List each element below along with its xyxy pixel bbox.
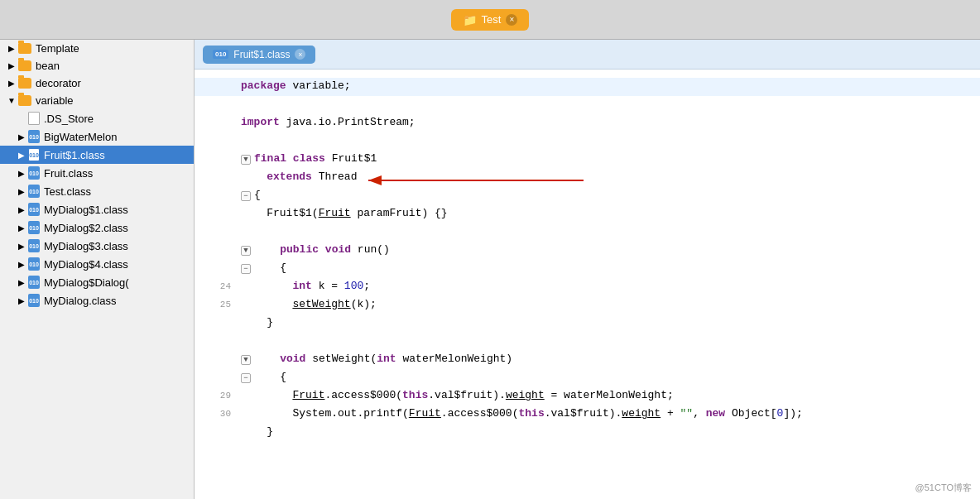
arrow-icon: ▶ — [17, 132, 26, 142]
code-line-setweight-close: } — [195, 424, 980, 442]
line-content: import java.io.PrintStream; — [241, 114, 967, 132]
code-area: 010 Fruit$1.class × package variable; im… — [195, 40, 980, 499]
code-line-blank2 — [195, 132, 980, 151]
sidebar-item-label: MyDialog$4.class — [44, 258, 128, 271]
code-line-blank4 — [195, 333, 980, 351]
sidebar-item-mydialog3[interactable]: ▶ 010 MyDialog$3.class — [0, 237, 194, 255]
line-content: } — [241, 424, 967, 441]
class-tab-icon: 010 — [213, 50, 228, 59]
sidebar-item-label: MyDialog$2.class — [44, 222, 128, 234]
sidebar-item-ds-store[interactable]: ▶ .DS_Store — [0, 109, 194, 127]
sidebar-item-label: Test.class — [44, 185, 91, 198]
collapse-button[interactable]: − — [241, 191, 251, 201]
folder-icon — [18, 43, 31, 54]
line-content — [241, 223, 967, 241]
arrow-icon: ▶ — [17, 150, 26, 160]
class-icon: 010 — [28, 185, 40, 198]
arrow-icon: ▶ — [17, 204, 26, 214]
line-content: extends Thread — [241, 169, 967, 186]
line-content: public void run() — [254, 242, 967, 259]
line-content: int k = 100; — [241, 278, 967, 295]
arrow-icon: ▶ — [17, 277, 26, 287]
class-icon: 010 — [28, 148, 40, 161]
sidebar-item-label: variable — [36, 94, 74, 107]
code-line-run: ▼ public void run() — [195, 242, 980, 260]
code-line-25: 25 setWeight(k); — [195, 296, 980, 314]
code-line-setweight: ▼ void setWeight(int waterMelonWeight) — [195, 351, 980, 369]
sidebar-item-label: .DS_Store — [44, 113, 94, 125]
top-bar: 📁 Test × — [0, 0, 980, 40]
line-content — [241, 96, 967, 113]
sidebar-item-template[interactable]: ▶ Template — [0, 40, 194, 57]
sidebar-item-mydialog4[interactable]: ▶ 010 MyDialog$4.class — [0, 255, 194, 273]
code-line-run-close: } — [195, 314, 980, 333]
line-number: 29 — [208, 389, 231, 404]
folder-icon: 📁 — [463, 13, 477, 26]
code-content[interactable]: package variable; import java.io.PrintSt… — [195, 70, 980, 499]
arrow-icon: ▼ — [7, 96, 17, 106]
class-icon: 010 — [28, 221, 40, 234]
sidebar-item-label: MyDialog$Dialog( — [44, 276, 129, 289]
line-content: void setWeight(int waterMelonWeight) — [254, 351, 967, 368]
sidebar-item-label: Fruit$1.class — [44, 149, 105, 161]
code-tab-fruit1[interactable]: 010 Fruit$1.class × — [203, 46, 315, 64]
top-tab[interactable]: 📁 Test × — [451, 9, 530, 31]
main-layout: ▶ Template ▶ bean ▶ decorator ▼ variable… — [0, 40, 980, 499]
top-tab-close[interactable]: × — [506, 14, 517, 26]
sidebar-item-label: Fruit.class — [44, 167, 93, 180]
code-line-import: import java.io.PrintStream; — [195, 114, 980, 132]
code-line-24: 24 int k = 100; — [195, 278, 980, 296]
arrow-icon: ▶ — [17, 241, 26, 251]
sidebar-item-decorator[interactable]: ▶ decorator — [0, 74, 194, 92]
sidebar-item-mydialog1[interactable]: ▶ 010 MyDialog$1.class — [0, 200, 194, 218]
sidebar-item-label: decorator — [36, 77, 81, 89]
folder-icon — [18, 78, 31, 89]
sidebar-item-label: MyDialog$1.class — [44, 204, 128, 216]
sidebar-item-testclass[interactable]: ▶ 010 Test.class — [0, 182, 194, 200]
sidebar-item-variable[interactable]: ▼ variable — [0, 92, 194, 109]
line-content: package variable; — [241, 78, 967, 95]
class-icon: 010 — [28, 294, 40, 307]
code-line-package: package variable; — [195, 78, 980, 96]
class-icon: 010 — [28, 239, 40, 252]
class-icon: 010 — [28, 130, 40, 143]
collapse-button[interactable]: ▼ — [241, 155, 251, 165]
line-content — [241, 132, 967, 150]
sidebar-item-bean[interactable]: ▶ bean — [0, 57, 194, 74]
file-icon — [28, 112, 40, 125]
sidebar-item-fruit1class[interactable]: ▶ 010 Fruit$1.class — [0, 146, 194, 164]
code-line-finalclass: ▼ final class Fruit$1 — [195, 151, 980, 169]
line-content: Fruit$1(Fruit paramFruit) {} — [241, 205, 967, 223]
sidebar-item-fruitclass[interactable]: ▶ 010 Fruit.class — [0, 164, 194, 182]
sidebar: ▶ Template ▶ bean ▶ decorator ▼ variable… — [0, 40, 195, 499]
arrow-icon: ▶ — [7, 79, 17, 89]
code-tab-bar: 010 Fruit$1.class × — [195, 40, 980, 70]
collapse-button[interactable]: − — [241, 373, 251, 383]
arrow-icon: ▶ — [17, 259, 26, 269]
code-line-open-brace: − { — [195, 187, 980, 205]
code-line-blank1 — [195, 96, 980, 114]
collapse-button[interactable]: − — [241, 264, 251, 274]
sidebar-item-bigwatermelon[interactable]: ▶ 010 BigWaterMelon — [0, 127, 194, 146]
watermark: @51CTO博客 — [915, 482, 972, 494]
arrow-icon: ▶ — [7, 61, 17, 71]
top-tab-label: Test — [482, 13, 502, 26]
code-line-blank3 — [195, 223, 980, 242]
class-icon: 010 — [28, 166, 40, 180]
line-content: Fruit.access$000(this.val$fruit).weight … — [241, 387, 967, 405]
sidebar-item-mydialogdialog[interactable]: ▶ 010 MyDialog$Dialog( — [0, 273, 194, 291]
sidebar-item-mydialog[interactable]: ▶ 010 MyDialog.class — [0, 291, 194, 309]
code-line-constructor: Fruit$1(Fruit paramFruit) {} — [195, 205, 980, 223]
code-tab-close[interactable]: × — [295, 49, 305, 60]
sidebar-item-label: MyDialog$3.class — [44, 240, 128, 252]
folder-icon — [18, 60, 31, 71]
code-line-extends: extends Thread — [195, 169, 980, 187]
collapse-button[interactable]: ▼ — [241, 246, 251, 256]
line-content: { — [254, 260, 967, 277]
line-number: 24 — [208, 280, 231, 295]
collapse-button[interactable]: ▼ — [241, 355, 251, 365]
sidebar-item-label: bean — [36, 60, 60, 72]
sidebar-item-mydialog2[interactable]: ▶ 010 MyDialog$2.class — [0, 218, 194, 237]
line-content: } — [241, 314, 967, 332]
line-content — [241, 333, 967, 350]
